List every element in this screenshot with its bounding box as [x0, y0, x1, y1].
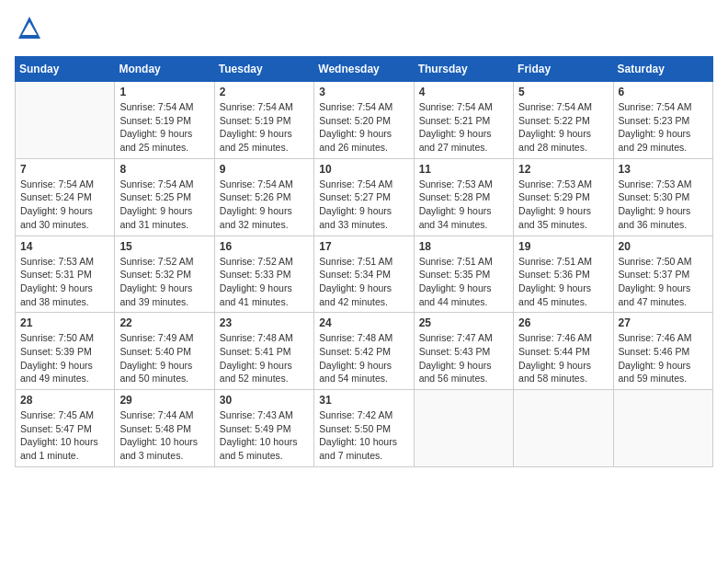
cell-info: Sunrise: 7:47 AMSunset: 5:43 PMDaylight:…	[419, 331, 508, 385]
logo	[15, 15, 42, 45]
cell-info: Sunrise: 7:45 AMSunset: 5:47 PMDaylight:…	[20, 408, 109, 463]
cell-day-number: 2	[220, 86, 309, 98]
week-row-1: 7Sunrise: 7:54 AMSunset: 5:24 PMDaylight…	[16, 158, 713, 236]
cell-day-number: 16	[220, 240, 309, 253]
calendar-cell: 26Sunrise: 7:46 AMSunset: 5:44 PMDayligh…	[514, 313, 613, 390]
cell-info: Sunrise: 7:54 AMSunset: 5:19 PMDaylight:…	[220, 100, 309, 155]
day-header-monday: Monday	[115, 57, 214, 82]
cell-info: Sunrise: 7:46 AMSunset: 5:44 PMDaylight:…	[518, 331, 608, 385]
day-header-wednesday: Wednesday	[314, 57, 414, 82]
calendar-cell: 7Sunrise: 7:54 AMSunset: 5:24 PMDaylight…	[16, 158, 115, 236]
cell-day-number: 14	[20, 240, 109, 253]
cell-day-number: 29	[119, 394, 209, 407]
day-header-friday: Friday	[514, 57, 613, 82]
cell-day-number: 18	[419, 240, 508, 253]
cell-day-number: 11	[419, 163, 508, 176]
calendar-cell: 6Sunrise: 7:54 AMSunset: 5:23 PMDaylight…	[613, 82, 712, 159]
cell-info: Sunrise: 7:53 AMSunset: 5:28 PMDaylight:…	[419, 178, 508, 232]
cell-day-number: 20	[619, 240, 708, 253]
calendar-cell: 18Sunrise: 7:51 AMSunset: 5:35 PMDayligh…	[414, 236, 513, 313]
calendar-cell	[613, 390, 712, 467]
cell-info: Sunrise: 7:54 AMSunset: 5:20 PMDaylight:…	[319, 100, 408, 155]
calendar-cell: 28Sunrise: 7:45 AMSunset: 5:47 PMDayligh…	[16, 390, 115, 467]
cell-info: Sunrise: 7:50 AMSunset: 5:37 PMDaylight:…	[619, 255, 708, 309]
calendar-cell	[414, 390, 513, 467]
cell-day-number: 27	[619, 316, 708, 329]
day-header-saturday: Saturday	[613, 57, 712, 82]
cell-day-number: 24	[319, 316, 408, 329]
cell-info: Sunrise: 7:53 AMSunset: 5:31 PMDaylight:…	[20, 255, 109, 309]
cell-day-number: 1	[119, 86, 209, 98]
cell-info: Sunrise: 7:54 AMSunset: 5:22 PMDaylight:…	[518, 100, 608, 155]
calendar-cell: 27Sunrise: 7:46 AMSunset: 5:46 PMDayligh…	[613, 313, 712, 390]
logo-icon	[17, 15, 42, 40]
cell-day-number: 31	[319, 394, 408, 407]
calendar-cell: 2Sunrise: 7:54 AMSunset: 5:19 PMDaylight…	[214, 82, 313, 159]
cell-info: Sunrise: 7:42 AMSunset: 5:50 PMDaylight:…	[319, 408, 408, 463]
calendar-cell: 8Sunrise: 7:54 AMSunset: 5:25 PMDaylight…	[115, 158, 214, 236]
cell-day-number: 12	[518, 163, 608, 176]
cell-info: Sunrise: 7:54 AMSunset: 5:24 PMDaylight:…	[20, 178, 109, 232]
calendar-cell: 10Sunrise: 7:54 AMSunset: 5:27 PMDayligh…	[314, 158, 414, 236]
cell-info: Sunrise: 7:52 AMSunset: 5:32 PMDaylight:…	[119, 255, 209, 309]
cell-info: Sunrise: 7:54 AMSunset: 5:21 PMDaylight:…	[419, 100, 508, 155]
cell-info: Sunrise: 7:53 AMSunset: 5:29 PMDaylight:…	[518, 178, 608, 232]
cell-info: Sunrise: 7:52 AMSunset: 5:33 PMDaylight:…	[220, 255, 309, 309]
cell-info: Sunrise: 7:54 AMSunset: 5:27 PMDaylight:…	[319, 178, 408, 232]
cell-day-number: 28	[20, 394, 109, 407]
cell-info: Sunrise: 7:54 AMSunset: 5:25 PMDaylight:…	[119, 178, 209, 232]
calendar-cell: 23Sunrise: 7:48 AMSunset: 5:41 PMDayligh…	[214, 313, 313, 390]
calendar-cell: 16Sunrise: 7:52 AMSunset: 5:33 PMDayligh…	[214, 236, 313, 313]
week-row-2: 14Sunrise: 7:53 AMSunset: 5:31 PMDayligh…	[16, 236, 713, 313]
cell-day-number: 8	[119, 163, 209, 176]
cell-info: Sunrise: 7:54 AMSunset: 5:26 PMDaylight:…	[220, 178, 309, 232]
calendar-cell: 31Sunrise: 7:42 AMSunset: 5:50 PMDayligh…	[314, 390, 414, 467]
calendar-cell: 3Sunrise: 7:54 AMSunset: 5:20 PMDaylight…	[314, 82, 414, 159]
cell-info: Sunrise: 7:51 AMSunset: 5:36 PMDaylight:…	[518, 255, 608, 309]
calendar-cell: 5Sunrise: 7:54 AMSunset: 5:22 PMDaylight…	[514, 82, 613, 159]
calendar-cell: 24Sunrise: 7:48 AMSunset: 5:42 PMDayligh…	[314, 313, 414, 390]
calendar-cell: 20Sunrise: 7:50 AMSunset: 5:37 PMDayligh…	[613, 236, 712, 313]
cell-info: Sunrise: 7:50 AMSunset: 5:39 PMDaylight:…	[20, 331, 109, 385]
calendar-cell	[514, 390, 613, 467]
cell-day-number: 9	[220, 163, 309, 176]
cell-day-number: 13	[619, 163, 708, 176]
calendar-cell: 30Sunrise: 7:43 AMSunset: 5:49 PMDayligh…	[214, 390, 313, 467]
cell-day-number: 4	[419, 86, 508, 98]
calendar-cell: 11Sunrise: 7:53 AMSunset: 5:28 PMDayligh…	[414, 158, 513, 236]
calendar-cell: 1Sunrise: 7:54 AMSunset: 5:19 PMDaylight…	[115, 82, 214, 159]
calendar-cell: 4Sunrise: 7:54 AMSunset: 5:21 PMDaylight…	[414, 82, 513, 159]
days-header-row: SundayMondayTuesdayWednesdayThursdayFrid…	[16, 57, 713, 82]
week-row-0: 1Sunrise: 7:54 AMSunset: 5:19 PMDaylight…	[16, 82, 713, 159]
cell-info: Sunrise: 7:51 AMSunset: 5:35 PMDaylight:…	[419, 255, 508, 309]
calendar-cell: 21Sunrise: 7:50 AMSunset: 5:39 PMDayligh…	[16, 313, 115, 390]
calendar-cell: 9Sunrise: 7:54 AMSunset: 5:26 PMDaylight…	[214, 158, 313, 236]
cell-info: Sunrise: 7:51 AMSunset: 5:34 PMDaylight:…	[319, 255, 408, 309]
calendar-cell: 29Sunrise: 7:44 AMSunset: 5:48 PMDayligh…	[115, 390, 214, 467]
cell-day-number: 21	[20, 316, 109, 329]
cell-info: Sunrise: 7:43 AMSunset: 5:49 PMDaylight:…	[220, 408, 309, 463]
cell-day-number: 17	[319, 240, 408, 253]
cell-day-number: 6	[619, 86, 708, 98]
cell-day-number: 25	[419, 316, 508, 329]
cell-info: Sunrise: 7:44 AMSunset: 5:48 PMDaylight:…	[119, 408, 209, 463]
cell-day-number: 15	[119, 240, 209, 253]
logo-text	[15, 15, 42, 45]
calendar-cell: 17Sunrise: 7:51 AMSunset: 5:34 PMDayligh…	[314, 236, 414, 313]
cell-day-number: 23	[220, 316, 309, 329]
cell-info: Sunrise: 7:54 AMSunset: 5:23 PMDaylight:…	[619, 100, 708, 155]
calendar-cell: 14Sunrise: 7:53 AMSunset: 5:31 PMDayligh…	[16, 236, 115, 313]
cell-day-number: 30	[220, 394, 309, 407]
week-row-4: 28Sunrise: 7:45 AMSunset: 5:47 PMDayligh…	[16, 390, 713, 467]
cell-day-number: 22	[119, 316, 209, 329]
calendar-cell: 19Sunrise: 7:51 AMSunset: 5:36 PMDayligh…	[514, 236, 613, 313]
cell-info: Sunrise: 7:53 AMSunset: 5:30 PMDaylight:…	[619, 178, 708, 232]
day-header-tuesday: Tuesday	[214, 57, 313, 82]
cell-day-number: 26	[518, 316, 608, 329]
cell-day-number: 10	[319, 163, 408, 176]
cell-info: Sunrise: 7:54 AMSunset: 5:19 PMDaylight:…	[119, 100, 209, 155]
day-header-sunday: Sunday	[16, 57, 115, 82]
cell-day-number: 19	[518, 240, 608, 253]
calendar-cell: 25Sunrise: 7:47 AMSunset: 5:43 PMDayligh…	[414, 313, 513, 390]
calendar-cell: 13Sunrise: 7:53 AMSunset: 5:30 PMDayligh…	[613, 158, 712, 236]
